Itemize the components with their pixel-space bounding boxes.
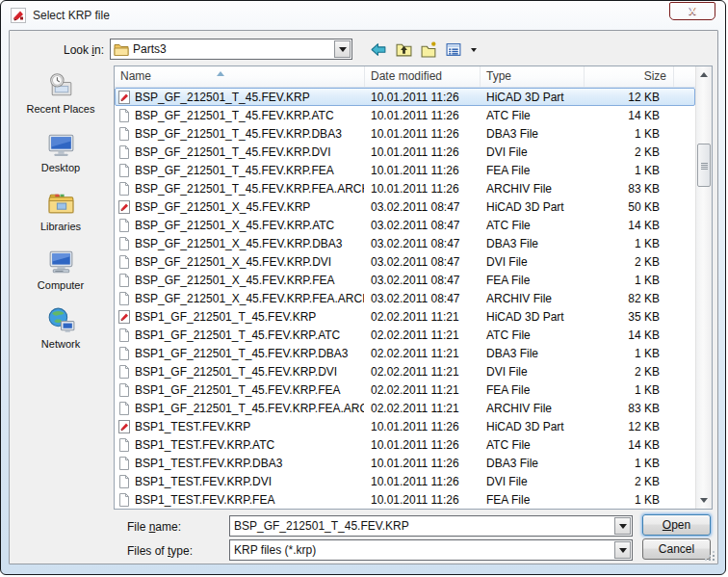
cancel-button[interactable]: Cancel — [642, 538, 711, 560]
column-header-name[interactable]: Name — [115, 66, 365, 87]
files-of-type-combobox[interactable]: KRP files (*.krp) — [229, 539, 633, 561]
up-one-level-icon[interactable] — [395, 40, 412, 58]
file-name-text: BSP1_TEST.FEV.KRP.FEA — [135, 493, 274, 507]
file-name-text: BSP_GF_212501_X_45.FEV.KRP — [135, 200, 310, 214]
new-folder-icon[interactable] — [420, 40, 437, 58]
view-menu-icon[interactable] — [445, 40, 462, 58]
table-row[interactable]: BSP1_TEST.FEV.KRP.FEA 10.01.2011 11:26 F… — [115, 490, 695, 509]
size-cell: 1 KB — [584, 237, 666, 250]
open-button[interactable]: Open — [642, 514, 711, 536]
table-row[interactable]: BSP_GF_212501_X_45.FEV.KRP.DVI 03.02.201… — [115, 252, 695, 271]
column-header-date-modified[interactable]: Date modified — [365, 66, 481, 87]
file-icon — [118, 292, 130, 305]
file-name-text: BSP_GF_212501_T_45.FEV.KRP.DBA3 — [135, 127, 342, 141]
size-cell: 1 KB — [584, 457, 666, 470]
table-row[interactable]: BSP_GF_212501_T_45.FEV.KRP.ATC 10.01.201… — [115, 106, 695, 124]
scroll-up-button[interactable] — [696, 66, 712, 83]
sidebar-item-label: Network — [41, 338, 80, 350]
file-name-cell: BSP_GF_212501_X_45.FEV.KRP.FEA.ARCHIV — [116, 292, 364, 305]
table-row[interactable]: BSP_GF_212501_X_45.FEV.KRP.FEA 03.02.201… — [115, 271, 695, 289]
close-button[interactable]: X — [669, 2, 715, 20]
file-name-cell: BSP_GF_212501_T_45.FEV.KRP.DVI — [116, 145, 364, 159]
back-icon[interactable] — [370, 40, 387, 58]
date-modified-cell: 10.01.2011 11:26 — [364, 109, 480, 122]
file-name-text: BSP1_TEST.FEV.KRP.DBA3 — [135, 457, 282, 470]
file-name-text: BSP_GF_212501_T_45.FEV.KRP.FEA — [135, 164, 334, 177]
table-row[interactable]: BSP_GF_212501_T_45.FEV.KRP.FEA.ARCHIV 10… — [115, 179, 695, 197]
file-name-value[interactable]: BSP_GF_212501_T_45.FEV.KRP — [234, 519, 613, 533]
file-name-cell: BSP1_TEST.FEV.KRP — [116, 420, 364, 433]
select-krp-file-dialog: Select KRP file X Look in: Parts3 — [0, 0, 726, 575]
view-menu-caret-icon[interactable] — [471, 48, 477, 55]
files-of-type-dropdown-button[interactable] — [614, 541, 631, 559]
sidebar-item-desktop[interactable]: Desktop — [12, 128, 110, 173]
table-row[interactable]: BSP1_TEST.FEV.KRP.DBA3 10.01.2011 11:26 … — [115, 454, 695, 472]
file-icon — [118, 365, 130, 379]
column-header-size[interactable]: Size — [585, 66, 674, 87]
column-header-type[interactable]: Type — [481, 66, 585, 87]
file-name-text: BSP_GF_212501_X_45.FEV.KRP.ATC — [135, 219, 334, 232]
table-row[interactable]: BSP1_GF_212501_T_45.FEV.KRP.ATC 02.02.20… — [115, 326, 695, 344]
look-in-dropdown-button[interactable] — [334, 40, 351, 58]
table-row[interactable]: BSP_GF_212501_X_45.FEV.KRP 03.02.2011 08… — [115, 197, 695, 216]
file-name-text: BSP_GF_212501_T_45.FEV.KRP.FEA.ARCHIV — [135, 182, 364, 196]
type-cell: FEA File — [480, 274, 584, 287]
date-modified-cell: 10.01.2011 11:26 — [364, 127, 480, 141]
file-name-cell: BSP_GF_212501_X_45.FEV.KRP.FEA — [116, 274, 364, 287]
vertical-scrollbar[interactable] — [695, 66, 712, 509]
table-row[interactable]: BSP1_TEST.FEV.KRP.ATC 10.01.2011 11:26 A… — [115, 435, 695, 454]
file-name-cell: BSP1_GF_212501_T_45.FEV.KRP.ATC — [116, 328, 364, 342]
table-row[interactable]: BSP_GF_212501_T_45.FEV.KRP.DBA3 10.01.20… — [115, 124, 695, 143]
table-row[interactable]: BSP_GF_212501_T_45.FEV.KRP.FEA 10.01.201… — [115, 161, 695, 179]
table-row[interactable]: BSP_GF_212501_X_45.FEV.KRP.FEA.ARCHIV 03… — [115, 289, 695, 307]
file-icon — [118, 255, 130, 269]
file-name-dropdown-button[interactable] — [614, 517, 631, 535]
hicad-part-icon — [118, 91, 130, 104]
sidebar-item-recent-places[interactable]: Recent Places — [12, 69, 110, 115]
table-row[interactable]: BSP_GF_212501_X_45.FEV.KRP.ATC 03.02.201… — [115, 216, 695, 234]
table-row[interactable]: BSP1_GF_212501_T_45.FEV.KRP.FEA.ARCHIV 0… — [115, 399, 695, 417]
file-name-text: BSP1_GF_212501_T_45.FEV.KRP.DVI — [135, 365, 337, 379]
libraries-icon — [45, 187, 77, 219]
hicad-part-icon — [118, 310, 130, 324]
file-name-text: BSP1_GF_212501_T_45.FEV.KRP.DBA3 — [135, 347, 348, 360]
table-row[interactable]: BSP1_TEST.FEV.KRP 10.01.2011 11:26 HiCAD… — [115, 417, 695, 435]
file-icon — [118, 493, 130, 507]
table-row[interactable]: BSP1_GF_212501_T_45.FEV.KRP.DVI 02.02.20… — [115, 362, 695, 380]
file-name-combobox[interactable]: BSP_GF_212501_T_45.FEV.KRP — [229, 515, 633, 537]
type-cell: FEA File — [480, 164, 584, 177]
places-sidebar: Recent Places Desktop — [12, 69, 110, 350]
sidebar-item-network[interactable]: Network — [12, 304, 110, 350]
table-row[interactable]: BSP1_TEST.FEV.KRP.DVI 10.01.2011 11:26 D… — [115, 472, 695, 490]
size-cell: 1 KB — [584, 493, 666, 507]
file-icon — [118, 347, 130, 360]
date-modified-cell: 03.02.2011 08:47 — [364, 200, 480, 214]
size-cell: 1 KB — [584, 127, 666, 141]
table-row[interactable]: BSP1_GF_212501_T_45.FEV.KRP.DBA3 02.02.2… — [115, 344, 695, 362]
date-modified-cell: 10.01.2011 11:26 — [364, 493, 480, 507]
sidebar-item-label: Libraries — [40, 221, 81, 232]
file-name-cell: BSP1_TEST.FEV.KRP.ATC — [116, 438, 364, 452]
file-name-cell: BSP1_TEST.FEV.KRP.DBA3 — [116, 457, 364, 470]
table-row[interactable]: BSP_GF_212501_T_45.FEV.KRP.DVI 10.01.201… — [115, 143, 695, 161]
scroll-down-button[interactable] — [696, 492, 712, 509]
table-row[interactable]: BSP_GF_212501_T_45.FEV.KRP 10.01.2011 11… — [115, 88, 695, 106]
date-modified-cell: 02.02.2011 11:21 — [364, 383, 480, 397]
size-cell: 12 KB — [584, 91, 666, 104]
table-row[interactable]: BSP1_GF_212501_T_45.FEV.KRP 02.02.2011 1… — [115, 307, 695, 326]
size-cell: 14 KB — [584, 109, 666, 122]
sidebar-item-libraries[interactable]: Libraries — [12, 187, 110, 232]
size-cell: 1 KB — [584, 347, 666, 360]
scrollbar-thumb[interactable] — [697, 144, 711, 187]
table-row[interactable]: BSP1_GF_212501_T_45.FEV.KRP.FEA 02.02.20… — [115, 380, 695, 399]
table-row[interactable]: BSP_GF_212501_X_45.FEV.KRP.DBA3 03.02.20… — [115, 234, 695, 252]
computer-icon — [45, 246, 77, 277]
look-in-combobox[interactable]: Parts3 — [110, 39, 352, 60]
resize-grip[interactable] — [703, 549, 715, 562]
date-modified-cell: 10.01.2011 11:26 — [364, 91, 480, 104]
type-cell: ATC File — [480, 328, 584, 342]
file-name-text: BSP1_GF_212501_T_45.FEV.KRP.FEA — [135, 383, 340, 397]
sidebar-item-computer[interactable]: Computer — [12, 246, 110, 291]
title-bar[interactable]: Select KRP file — [1, 1, 725, 30]
date-modified-cell: 10.01.2011 11:26 — [364, 145, 480, 159]
